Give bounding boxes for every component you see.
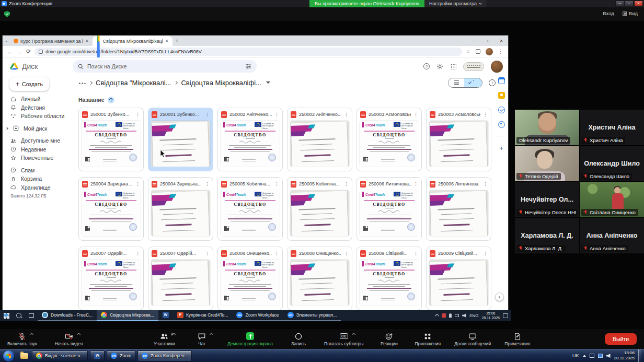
file-card[interactable]: 250007 Одерій... ⋮ Cred4Teach Co-funded … — [148, 247, 213, 310]
taskbar-app-button[interactable]: zm Zoom — [107, 351, 135, 361]
calendar-icon[interactable] — [498, 77, 505, 84]
participant-tile[interactable]: Нечуйвітер Ол... Нечуйвітер Олеся ННІ ".… — [515, 182, 579, 217]
toolbar-button-share-screen[interactable]: Демонстрация экрана — [227, 332, 273, 346]
file-menu-icon[interactable]: ⋮ — [344, 181, 349, 186]
view-settings-button[interactable]: Настройки просмотра — [424, 0, 486, 7]
view-menu-button[interactable]: Вид — [623, 10, 638, 16]
notifications-icon[interactable] — [503, 313, 508, 318]
settings-icon[interactable] — [436, 63, 443, 70]
file-menu-icon[interactable]: ⋮ — [413, 251, 418, 256]
taskbar-search-icon[interactable] — [13, 310, 25, 321]
file-menu-icon[interactable]: ⋮ — [274, 112, 279, 117]
toolbar-button-mic-off[interactable]: Включить звук — [7, 332, 37, 346]
show-desktop-button[interactable] — [638, 349, 641, 362]
chevron-up-icon[interactable] — [210, 333, 213, 336]
taskbar-app-button[interactable]: zm Zoom Конферен... — [137, 351, 192, 361]
file-menu-icon[interactable]: ⋮ — [274, 181, 279, 186]
file-menu-icon[interactable]: ⋮ — [483, 251, 488, 256]
add-addon-icon[interactable]: + — [499, 144, 503, 152]
view-toggle[interactable] — [448, 78, 482, 88]
teamviewer-icon[interactable] — [598, 354, 603, 358]
participant-tile[interactable]: Анна Аніпченко Анна Аніпченко — [580, 218, 644, 253]
list-view-button[interactable] — [448, 78, 464, 87]
file-menu-icon[interactable]: ⋮ — [413, 112, 418, 117]
taskbar-app-button[interactable]: Свідоцтва Мікроква... — [97, 310, 158, 321]
file-card[interactable]: 250006 Литвинова... ⋮ Cred4Teach Co-fund… — [426, 177, 491, 241]
sidebar-item-spam[interactable]: Спам — [3, 166, 73, 175]
chevron-up-icon[interactable] — [435, 314, 439, 318]
account-avatar[interactable] — [491, 61, 503, 73]
file-card[interactable]: 250003 Асмоловська... ⋮ Cred4Teach Co-fu… — [356, 108, 422, 171]
file-menu-icon[interactable]: ⋮ — [135, 112, 140, 117]
sidebar-item-workspaces[interactable]: Рабочие области — [3, 112, 73, 121]
file-menu-icon[interactable]: ⋮ — [413, 181, 418, 186]
sidebar-item-bell[interactable]: Действия — [3, 103, 73, 112]
leave-button[interactable]: Выйти — [605, 333, 637, 345]
mic-icon[interactable] — [449, 313, 452, 318]
file-menu-icon[interactable]: ⋮ — [205, 181, 210, 186]
scroll-next-button[interactable]: › — [495, 293, 504, 301]
language-indicator[interactable]: UK — [572, 353, 579, 358]
file-card[interactable]: 250004 Зарицька... ⋮ Cred4Teach Co-funde… — [148, 177, 213, 241]
file-card[interactable]: 250002 Аніпченко... ⋮ Cred4Teach Co-fund… — [217, 108, 283, 171]
taskbar-app-button[interactable]: zm Элементы управл... — [283, 310, 341, 321]
tab-search-chevron-icon[interactable]: ⌄ — [3, 36, 10, 46]
sidebar-item-shared[interactable]: Доступные мне — [3, 136, 73, 145]
file-card[interactable]: 250006 Литвинова... ⋮ Cred4Teach Co-fund… — [356, 177, 422, 241]
chevron-up-icon[interactable] — [30, 333, 33, 336]
toolbar-button-reactions[interactable]: Реакции — [377, 332, 401, 346]
display-icon[interactable] — [455, 314, 459, 317]
search-filter-icon[interactable] — [245, 64, 251, 69]
apps-grid-icon[interactable] — [450, 63, 456, 69]
star-icon[interactable]: ☆ — [466, 49, 470, 54]
sidebar-item-trash[interactable]: Корзина — [3, 174, 73, 183]
keep-icon[interactable] — [498, 92, 505, 99]
file-card[interactable]: 250001 Зубенко... ⋮ Cred4Teach Co-funded… — [78, 108, 144, 171]
menu-icon[interactable]: ⋮ — [498, 49, 503, 54]
sidebar-item-recent[interactable]: Недавние — [3, 145, 73, 154]
tab-close-icon[interactable]: ✕ — [165, 39, 169, 43]
toolbar-button-whiteboard[interactable]: Доски сообщений — [454, 332, 491, 346]
file-card[interactable]: 250001 Зубенко... ⋮ Cred4Teach Co-funded… — [148, 108, 213, 171]
file-menu-icon[interactable]: ⋮ — [344, 251, 349, 256]
sidebar-item-storage[interactable]: Хранилище — [3, 183, 73, 192]
task-view-icon[interactable] — [25, 310, 38, 321]
flag-icon[interactable] — [442, 313, 446, 318]
file-card[interactable]: 250002 Аніпченко... ⋮ Cred4Teach Co-fund… — [287, 108, 352, 171]
display-icon[interactable] — [590, 354, 594, 358]
toolbar-button-apps[interactable]: Приложения — [415, 332, 441, 346]
browser-tab[interactable]: Свідоцтва Мікрокваліфікаці ✕ — [93, 36, 172, 46]
file-card[interactable]: 250003 Асмоловська... ⋮ Cred4Teach Co-fu… — [426, 108, 491, 171]
participant-tile[interactable]: Христич Аліна Христич Аліна — [580, 110, 644, 145]
toolbar-button-chat[interactable]: Чат — [190, 332, 214, 346]
folder-menu-caret-icon[interactable] — [266, 81, 270, 84]
browser-close-button[interactable]: ✕ — [494, 39, 508, 43]
contacts-icon[interactable] — [498, 121, 505, 128]
clock[interactable]: 15:0628.11.2025 — [481, 311, 500, 320]
file-card[interactable]: 250008 Онищенко... ⋮ Cred4Teach Co-funde… — [217, 247, 283, 310]
taskbar-app-button[interactable]: P Купріянов Cred4Te... — [173, 310, 233, 321]
grid-view-button[interactable] — [464, 78, 482, 87]
explorer-button[interactable] — [18, 351, 30, 361]
close-button[interactable]: ✕ — [634, 1, 643, 6]
signin-button[interactable]: Вход — [603, 10, 614, 16]
file-menu-icon[interactable]: ⋮ — [344, 112, 349, 117]
breadcrumb-overflow-icon[interactable] — [78, 81, 86, 84]
minimize-button[interactable]: ─ — [615, 1, 624, 6]
participant-tile[interactable]: Харламова Л. Д. Харламова Л. Д. — [515, 218, 579, 253]
volume-icon[interactable] — [606, 354, 611, 358]
back-icon[interactable]: ← — [7, 49, 13, 55]
file-menu-icon[interactable]: ⋮ — [483, 181, 488, 186]
clock[interactable]: 15:0628.11.2025 — [614, 351, 635, 361]
breadcrumb-current[interactable]: Свідоцтва Мікрокваліфі... — [181, 79, 261, 87]
file-menu-icon[interactable]: ⋮ — [135, 181, 140, 186]
sidebar-item-home[interactable]: Личный — [3, 95, 73, 103]
file-card[interactable]: 250005 Кобиліна... ⋮ Cred4Teach Co-funde… — [217, 177, 283, 241]
taskbar-app-button[interactable]: Вхідні - science-u... — [32, 351, 88, 361]
site-info-icon[interactable] — [39, 50, 43, 54]
toolbar-button-notes[interactable]: Примечания — [504, 332, 530, 346]
chevron-up-icon[interactable] — [352, 333, 355, 336]
file-card[interactable]: 250009 Сівіцкий... ⋮ Cred4Teach Co-funde… — [356, 247, 422, 310]
file-card[interactable]: 250008 Онищенко... ⋮ Cred4Teach Co-funde… — [287, 247, 352, 310]
restore-button[interactable]: ▫ — [625, 1, 634, 6]
